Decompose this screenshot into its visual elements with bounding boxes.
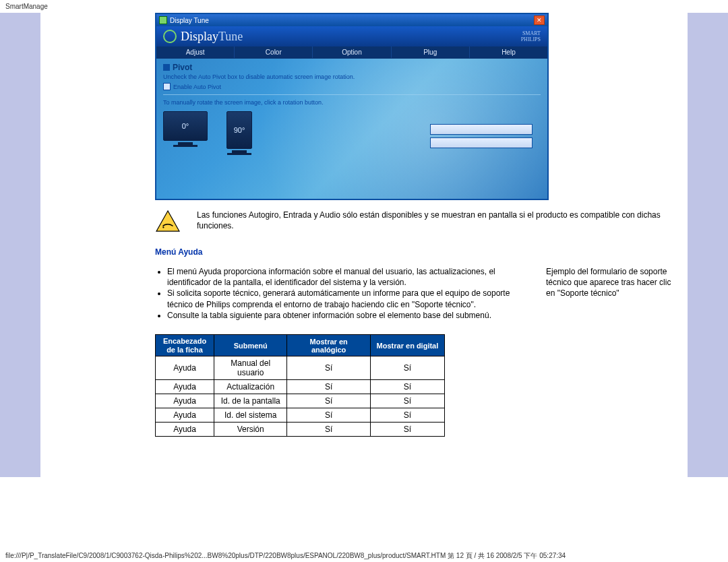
app-body: Pivot Uncheck the Auto Pivot box to disa… xyxy=(156,59,547,199)
table-row: AyudaId. del sistemaSíSí xyxy=(156,408,445,423)
field-1[interactable] xyxy=(430,124,533,135)
th-analog: Mostrar en analógico xyxy=(287,334,371,356)
list-item: Si solicita soporte técnico, generará au… xyxy=(167,288,530,309)
pivot-icon xyxy=(163,64,170,71)
help-menu-heading: Menú Ayuda xyxy=(155,247,681,257)
svg-marker-0 xyxy=(156,211,179,231)
brand-tag-1: SMART xyxy=(521,30,541,36)
bottom-fields xyxy=(430,124,533,148)
field-2[interactable] xyxy=(430,137,533,148)
brand-main: Display xyxy=(181,30,218,44)
close-icon[interactable]: ✕ xyxy=(534,15,545,25)
list-item: El menú Ayuda proporciona información so… xyxy=(167,266,530,288)
support-form-note: Ejemplo del formulario de soporte técnic… xyxy=(546,266,681,321)
right-rail xyxy=(688,13,728,477)
tab-plug[interactable]: Plug xyxy=(392,46,470,58)
brand-ring-icon xyxy=(163,30,177,43)
svg-point-1 xyxy=(162,226,164,228)
rotate-0-button[interactable]: 0° xyxy=(163,111,208,155)
left-rail xyxy=(0,13,40,477)
tab-help[interactable]: Help xyxy=(470,46,547,58)
enable-auto-pivot-checkbox[interactable]: Enable Auto Pivot xyxy=(163,83,541,90)
table-row: AyudaVersiónSíSí xyxy=(156,423,445,437)
app-icon xyxy=(159,16,167,24)
pivot-heading: Pivot xyxy=(163,63,541,72)
tab-adjust[interactable]: Adjust xyxy=(156,46,235,58)
brand-bar: Display Tune SMART PHILIPS xyxy=(156,26,547,46)
pivot-manual-info: To manually rotate the screen image, cli… xyxy=(163,99,541,106)
th-submenu: Submenú xyxy=(214,334,287,356)
brand-accent: Tune xyxy=(218,30,243,44)
tab-color[interactable]: Color xyxy=(235,46,313,58)
warning-icon xyxy=(155,210,181,232)
window-title: Display Tune xyxy=(170,17,209,24)
rotate-90-button[interactable]: 90° xyxy=(226,111,252,155)
pivot-info: Uncheck the Auto Pivot box to disable au… xyxy=(163,73,541,80)
page-header: SmartManage xyxy=(0,0,728,13)
warning-text: Las funciones Autogiro, Entrada y Audio … xyxy=(197,210,681,231)
checkbox-icon xyxy=(163,83,171,90)
brand-tag-2: PHILIPS xyxy=(521,36,541,42)
list-item: Consulte la tabla siguiente para obtener… xyxy=(167,310,530,321)
th-digital: Mostrar en digital xyxy=(370,334,444,356)
display-tune-window: Display Tune ✕ Display Tune SMART PHILIP… xyxy=(155,13,549,200)
th-tab-header: Encabezado de la ficha xyxy=(156,334,214,356)
window-titlebar[interactable]: Display Tune ✕ xyxy=(156,14,547,26)
table-row: AyudaId. de la pantallaSíSí xyxy=(156,394,445,408)
main-content: Display Tune ✕ Display Tune SMART PHILIP… xyxy=(40,13,688,477)
app-tabs: Adjust Color Option Plug Help xyxy=(156,46,547,59)
table-row: AyudaManual del usuarioSíSí xyxy=(156,356,445,380)
help-bullet-list: El menú Ayuda proporciona información so… xyxy=(155,266,530,321)
checkbox-label: Enable Auto Pivot xyxy=(173,84,221,90)
help-submenu-table: Encabezado de la ficha Submenú Mostrar e… xyxy=(155,334,445,437)
tab-option[interactable]: Option xyxy=(313,46,391,58)
table-row: AyudaActualizaciónSíSí xyxy=(156,380,445,394)
